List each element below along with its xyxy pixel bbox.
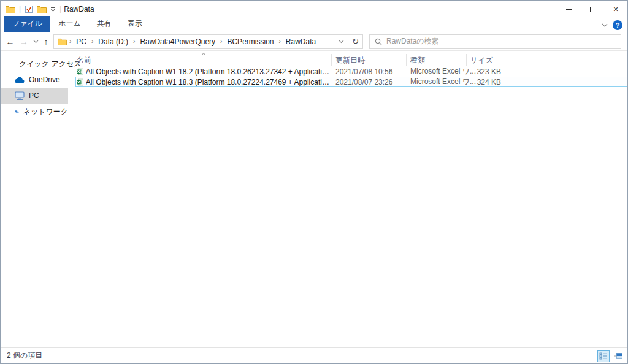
address-folder-icon bbox=[58, 38, 67, 45]
breadcrumb-item-rawdata4powerquery[interactable]: RawData4PowerQuery bbox=[137, 37, 218, 46]
qat-separator: | bbox=[19, 5, 21, 13]
file-list: 名前 更新日時 種類 サイズ All Objects with Caption … bbox=[68, 51, 627, 347]
back-button[interactable]: ← bbox=[6, 37, 14, 46]
close-icon: × bbox=[613, 5, 618, 13]
navigation-pane: クイック アクセス OneDrive PC bbox=[1, 51, 68, 347]
sidebar-item-pc[interactable]: PC bbox=[1, 88, 68, 104]
breadcrumb-item-bcpermission[interactable]: BCPermission bbox=[224, 37, 276, 46]
caption-buttons: × bbox=[557, 1, 627, 18]
sidebar-item-label: ネットワーク bbox=[23, 107, 68, 117]
breadcrumb-separator: › bbox=[277, 38, 281, 45]
excel-file-icon bbox=[77, 67, 83, 76]
explorer-window: | | RawData × ファイル ホーム 共有 表示 bbox=[0, 0, 628, 364]
recent-locations-chevron-icon[interactable] bbox=[33, 40, 39, 44]
file-row[interactable]: All Objects with Caption W1 18.2 (Platfo… bbox=[75, 66, 627, 77]
tab-view[interactable]: 表示 bbox=[120, 16, 150, 32]
breadcrumb-separator: › bbox=[90, 38, 94, 45]
nav-buttons: ← → ↑ bbox=[1, 37, 53, 46]
column-header-modified[interactable]: 更新日時 bbox=[332, 54, 407, 66]
file-size: 324 KB bbox=[467, 78, 507, 86]
status-divider bbox=[50, 352, 50, 360]
window-title: RawData bbox=[64, 5, 94, 13]
qat-separator: | bbox=[59, 5, 61, 13]
sidebar-item-label: PC bbox=[29, 91, 39, 100]
file-row-selected[interactable]: All Objects with Caption W1 18.3 (Platfo… bbox=[75, 77, 627, 87]
file-name: All Objects with Caption W1 18.3 (Platfo… bbox=[86, 78, 332, 86]
item-count: 2 個の項目 bbox=[7, 351, 42, 361]
qat-customize-chevron-icon[interactable] bbox=[50, 7, 56, 12]
file-name: All Objects with Caption W1 18.2 (Platfo… bbox=[86, 67, 332, 76]
onedrive-cloud-icon bbox=[15, 77, 25, 83]
forward-button[interactable]: → bbox=[20, 37, 28, 46]
properties-checkbox-icon[interactable] bbox=[25, 5, 33, 13]
close-button[interactable]: × bbox=[604, 1, 627, 18]
search-box[interactable]: RawDataの検索 bbox=[369, 34, 621, 49]
details-view-icon bbox=[599, 352, 608, 360]
large-icons-view-button[interactable] bbox=[611, 350, 624, 362]
column-header-size[interactable]: サイズ bbox=[467, 54, 507, 66]
network-icon bbox=[15, 108, 19, 116]
sidebar-item-network[interactable]: ネットワーク bbox=[1, 104, 68, 119]
sidebar-item-onedrive[interactable]: OneDrive bbox=[1, 72, 68, 88]
quick-access-toolbar: | | bbox=[1, 5, 61, 13]
excel-file-icon bbox=[77, 78, 83, 86]
maximize-icon bbox=[590, 7, 595, 12]
maximize-button[interactable] bbox=[581, 1, 604, 18]
search-icon bbox=[375, 38, 382, 45]
refresh-icon: ↻ bbox=[352, 37, 359, 46]
tab-home[interactable]: ホーム bbox=[50, 16, 89, 32]
column-header-type[interactable]: 種類 bbox=[407, 54, 467, 66]
address-history-chevron-icon[interactable] bbox=[339, 40, 344, 44]
breadcrumb-separator: › bbox=[132, 38, 136, 45]
help-icon[interactable]: ? bbox=[613, 20, 622, 30]
tab-file[interactable]: ファイル bbox=[4, 16, 50, 32]
column-header-name[interactable]: 名前 bbox=[75, 54, 332, 66]
file-size: 323 KB bbox=[467, 67, 507, 76]
breadcrumb-item-drive[interactable]: Data (D:) bbox=[96, 37, 131, 46]
title-bar: | | RawData × bbox=[1, 1, 627, 18]
file-type: Microsoft Excel ワ... bbox=[407, 66, 467, 77]
up-button[interactable]: ↑ bbox=[44, 37, 48, 46]
column-headers: 名前 更新日時 種類 サイズ bbox=[75, 54, 627, 66]
breadcrumb-separator: › bbox=[68, 38, 72, 45]
file-modified: 2021/08/07 23:26 bbox=[332, 78, 407, 86]
sidebar-item-quick-access[interactable]: クイック アクセス bbox=[1, 56, 68, 72]
sort-ascending-icon bbox=[199, 52, 208, 56]
breadcrumb-item-pc[interactable]: PC bbox=[74, 37, 89, 46]
expand-ribbon-chevron-icon[interactable] bbox=[602, 23, 608, 27]
ribbon-tab-row: ファイル ホーム 共有 表示 ? bbox=[1, 18, 627, 32]
new-folder-icon[interactable] bbox=[37, 6, 47, 13]
refresh-button[interactable]: ↻ bbox=[348, 34, 363, 49]
details-view-button[interactable] bbox=[597, 350, 610, 362]
status-bar: 2 個の項目 bbox=[1, 347, 627, 363]
file-type: Microsoft Excel ワ... bbox=[407, 77, 467, 87]
file-modified: 2021/07/08 10:56 bbox=[332, 67, 407, 76]
sidebar-item-label: OneDrive bbox=[29, 75, 60, 84]
minimize-button[interactable] bbox=[557, 1, 581, 18]
large-icons-view-icon bbox=[613, 352, 622, 360]
breadcrumb-separator: › bbox=[219, 38, 223, 45]
breadcrumb-item-rawdata[interactable]: RawData bbox=[283, 37, 318, 46]
address-bar[interactable]: › PC › Data (D:) › RawData4PowerQuery › … bbox=[53, 34, 348, 49]
tab-share[interactable]: 共有 bbox=[89, 16, 120, 32]
navigation-toolbar: ← → ↑ › PC › Data (D:) › RawData4PowerQu… bbox=[1, 32, 627, 51]
minimize-icon bbox=[566, 9, 572, 10]
explorer-folder-icon bbox=[6, 6, 15, 13]
search-placeholder: RawDataの検索 bbox=[386, 36, 439, 47]
pc-monitor-icon bbox=[15, 91, 25, 100]
